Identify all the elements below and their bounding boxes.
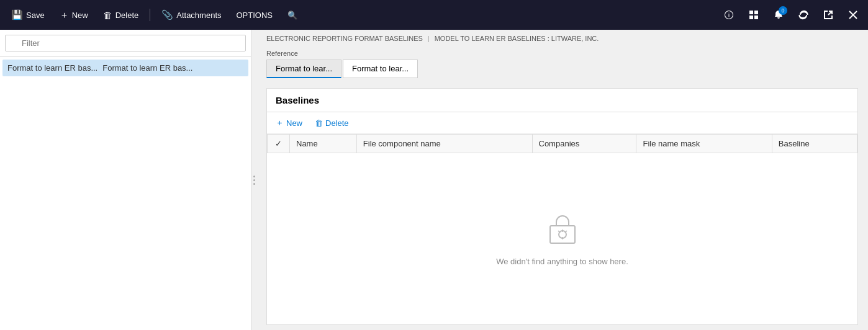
breadcrumb-separator: | [428,35,430,42]
save-label: Save [26,11,45,20]
sidebar: 🔍 Format to learn ER bas... Format to le… [0,30,251,330]
empty-state-icon [544,212,581,249]
new-button[interactable]: ＋ New [53,6,94,25]
title-bar-right: 0 [719,5,863,25]
delete-icon: 🗑 [103,10,112,20]
splitter-dot-3 [253,183,255,185]
office-icon-btn[interactable] [744,5,764,25]
filter-wrap: 🔍 [5,35,246,51]
table-header-row: ✓ Name File component name Companies Fil… [268,135,857,153]
svg-rect-1 [754,11,758,14]
list-item-text-2: Format to learn ER bas... [102,63,192,73]
list-item[interactable]: Format to learn ER bas... Format to lear… [2,60,248,76]
notification-badge: 0 [779,6,787,15]
splitter-dots [253,176,255,185]
reference-label: Reference [266,50,858,57]
col-companies: Companies [532,135,636,153]
title-bar: 💾 Save ＋ New 🗑 Delete 📎 Attachments OPTI… [0,0,868,30]
toolbar-divider [150,9,150,21]
svg-rect-3 [754,16,758,19]
search-icon: 🔍 [287,11,297,20]
breadcrumb-bar: ELECTRONIC REPORTING FORMAT BASELINES | … [256,30,868,47]
save-icon: 💾 [11,9,23,20]
baselines-delete-button[interactable]: 🗑 Delete [312,117,351,129]
table-wrapper: ✓ Name File component name Companies Fil… [267,134,857,153]
baselines-toolbar: ＋ New 🗑 Delete [267,112,857,134]
options-label: OPTIONS [237,11,273,20]
attachments-label: Attachments [176,11,221,20]
empty-state: We didn't find anything to show here. [267,153,857,324]
empty-state-text: We didn't find anything to show here. [496,257,628,266]
search-button[interactable]: 🔍 [281,7,304,24]
settings-icon-btn[interactable] [719,5,739,25]
col-file-component: File component name [356,135,532,153]
col-file-mask: File name mask [636,135,772,153]
baselines-panel: Baselines ＋ New 🗑 Delete ✓ Name [266,88,858,325]
close-icon-btn[interactable] [843,5,863,25]
splitter-dot-2 [253,179,255,181]
baselines-delete-label: Delete [325,118,349,128]
breadcrumb-left: ELECTRONIC REPORTING FORMAT BASELINES [266,35,423,42]
baselines-delete-icon: 🗑 [315,118,323,128]
splitter-dot-1 [253,176,255,177]
save-button[interactable]: 💾 Save [5,6,51,24]
data-table: ✓ Name File component name Companies Fil… [267,134,857,153]
reference-section: Reference Format to lear... Format to le… [256,47,868,83]
svg-line-7 [565,231,567,233]
col-name: Name [290,135,357,153]
ref-tabs: Format to lear... Format to lear... [266,60,858,78]
baselines-new-button[interactable]: ＋ New [273,116,305,130]
content-area: ELECTRONIC REPORTING FORMAT BASELINES | … [256,30,868,330]
baselines-new-label: New [286,118,302,128]
splitter[interactable] [251,30,256,330]
filter-input[interactable] [5,35,246,51]
main-layout: 🔍 Format to learn ER bas... Format to le… [0,30,868,330]
attachments-icon: 📎 [161,9,173,20]
svg-line-8 [558,231,560,233]
col-check: ✓ [268,135,290,153]
notification-icon-btn[interactable]: 0 [769,5,789,25]
delete-button[interactable]: 🗑 Delete [97,6,145,24]
filter-bar: 🔍 [0,30,251,57]
ref-tab-1[interactable]: Format to lear... [266,60,341,78]
options-button[interactable]: OPTIONS [230,7,279,24]
baselines-new-icon: ＋ [276,117,284,128]
delete-label: Delete [115,11,139,20]
list-item-text-1: Format to learn ER bas... [7,63,97,73]
popout-icon-btn[interactable] [818,5,838,25]
new-icon: ＋ [60,9,69,21]
svg-rect-4 [550,226,575,243]
breadcrumb-right: MODEL TO LEARN ER BASELINES : LITWARE, I… [435,35,599,42]
new-label: New [72,11,88,20]
svg-rect-0 [749,11,753,14]
refresh-icon-btn[interactable] [793,5,813,25]
attachments-button[interactable]: 📎 Attachments [155,6,227,24]
list-items: Format to learn ER bas... Format to lear… [0,57,251,79]
col-baseline: Baseline [772,135,857,153]
baselines-header: Baselines [267,89,857,112]
ref-tab-2[interactable]: Format to lear... [343,60,418,78]
svg-rect-2 [749,16,753,19]
